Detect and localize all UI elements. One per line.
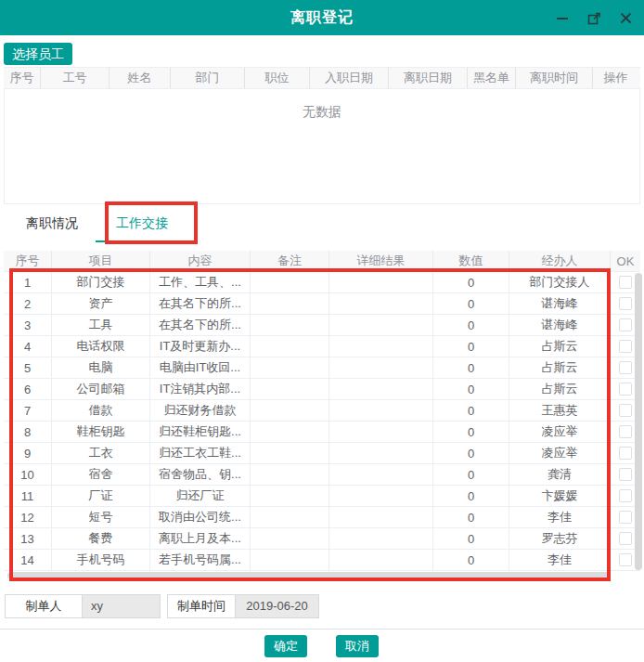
- cell-detail: [329, 464, 433, 486]
- cell-content: 离职上月及本...: [150, 528, 251, 550]
- cell-item: 部门交接: [52, 272, 150, 293]
- cell-note: [251, 486, 329, 507]
- ok-checkbox[interactable]: [619, 532, 632, 545]
- ok-checkbox[interactable]: [619, 276, 632, 289]
- ok-checkbox[interactable]: [619, 489, 632, 502]
- cell-detail: [329, 315, 433, 336]
- cell-no: 1: [4, 272, 52, 293]
- title-bar: 离职登记: [0, 0, 644, 35]
- cell-handler: 罗志芬: [509, 528, 611, 550]
- footer-divider: [0, 629, 644, 630]
- cell-value: 0: [433, 379, 509, 400]
- cell-note: [251, 550, 329, 571]
- cell-handler: 李佳: [509, 507, 611, 528]
- cell-value: 0: [433, 293, 509, 315]
- table-row[interactable]: 7借款归还财务借款0王惠英: [4, 400, 640, 422]
- cell-item: 电话权限: [52, 336, 150, 357]
- cell-no: 2: [4, 293, 52, 315]
- cell-item: 电脑: [52, 357, 150, 379]
- handover-column-header: 备注: [251, 251, 329, 271]
- ok-checkbox[interactable]: [619, 511, 632, 524]
- cell-content: 归还厂证: [150, 486, 251, 507]
- tab-resignation-info[interactable]: 离职情况: [26, 215, 78, 232]
- cell-detail: [329, 486, 433, 507]
- employee-column-header: 离职日期: [389, 68, 468, 88]
- cell-handler: 谌海峰: [509, 315, 611, 336]
- cancel-button[interactable]: 取消: [336, 635, 379, 657]
- table-row[interactable]: 11厂证归还厂证0卞媛媛: [4, 486, 640, 507]
- vertical-scrollbar[interactable]: [635, 273, 642, 570]
- handover-column-header: OK: [611, 251, 640, 271]
- table-row[interactable]: 4电话权限IT及时更新办...0占斯云: [4, 336, 640, 357]
- handover-column-header: 序号: [4, 251, 52, 271]
- table-row[interactable]: 3工具在其名下的所...0谌海峰: [4, 315, 640, 336]
- cell-detail: [329, 293, 433, 315]
- maker-value-field[interactable]: xy: [82, 594, 161, 618]
- make-time-field[interactable]: 2019-06-20: [235, 594, 319, 618]
- horizontal-scrollbar[interactable]: [7, 572, 609, 579]
- cell-content: 工作、工具、...: [150, 272, 251, 293]
- cell-handler: 凌应举: [509, 422, 611, 443]
- cell-no: 10: [4, 464, 52, 486]
- handover-column-header: 项目: [52, 251, 150, 271]
- ok-checkbox[interactable]: [619, 383, 632, 396]
- cell-value: 0: [433, 315, 509, 336]
- cell-note: [251, 315, 329, 336]
- table-row[interactable]: 1部门交接工作、工具、...0部门交接人: [4, 272, 640, 293]
- ok-checkbox[interactable]: [619, 404, 632, 417]
- handover-column-header: 内容: [150, 251, 251, 271]
- cell-note: [251, 336, 329, 357]
- cell-item: 公司邮箱: [52, 379, 150, 400]
- ok-checkbox[interactable]: [619, 361, 632, 374]
- table-row[interactable]: 5电脑电脑由IT收回...0占斯云: [4, 357, 640, 379]
- cell-detail: [329, 400, 433, 422]
- ok-checkbox[interactable]: [619, 425, 632, 438]
- cell-handler: 谌海峰: [509, 293, 611, 315]
- cell-note: [251, 464, 329, 486]
- cell-detail: [329, 357, 433, 379]
- table-row[interactable]: 9工衣归还工衣工鞋...0凌应举: [4, 443, 640, 464]
- handover-column-header: 数值: [433, 251, 509, 271]
- employee-column-header: 姓名: [109, 68, 171, 88]
- cell-item: 宿舍: [52, 464, 150, 486]
- cell-item: 借款: [52, 400, 150, 422]
- table-row[interactable]: 14手机号码若手机号码属...0李佳: [4, 550, 640, 571]
- cell-value: 0: [433, 550, 509, 571]
- cell-no: 8: [4, 422, 52, 443]
- minimize-icon[interactable]: [555, 10, 570, 25]
- confirm-button[interactable]: 确定: [264, 635, 307, 657]
- close-icon[interactable]: [618, 10, 633, 25]
- ok-checkbox[interactable]: [619, 447, 632, 460]
- table-row[interactable]: 10宿舍宿舍物品、钥...0龚清: [4, 464, 640, 486]
- ok-checkbox[interactable]: [619, 340, 632, 353]
- cell-item: 手机号码: [52, 550, 150, 571]
- cell-content: 归还工衣工鞋...: [150, 443, 251, 464]
- cell-value: 0: [433, 422, 509, 443]
- table-row[interactable]: 13餐费离职上月及本...0罗志芬: [4, 528, 640, 550]
- ok-checkbox[interactable]: [619, 468, 632, 481]
- cell-value: 0: [433, 272, 509, 293]
- employee-table-empty-area: 无数据: [4, 89, 640, 204]
- ok-checkbox[interactable]: [619, 297, 632, 310]
- maximize-icon[interactable]: [586, 10, 601, 25]
- empty-text: 无数据: [303, 104, 341, 119]
- table-row[interactable]: 2资产在其名下的所...0谌海峰: [4, 293, 640, 315]
- cell-content: IT及时更新办...: [150, 336, 251, 357]
- cell-handler: 王惠英: [509, 400, 611, 422]
- table-row[interactable]: 6公司邮箱IT注销其内部...0占斯云: [4, 379, 640, 400]
- cell-content: 电脑由IT收回...: [150, 357, 251, 379]
- ok-checkbox[interactable]: [619, 553, 632, 566]
- table-row[interactable]: 8鞋柜钥匙归还鞋柜钥匙...0凌应举: [4, 422, 640, 443]
- cell-handler: 占斯云: [509, 357, 611, 379]
- make-time-label: 制单时间: [167, 594, 236, 618]
- ok-checkbox[interactable]: [619, 318, 632, 331]
- table-row[interactable]: 12短号取消由公司统...0李佳: [4, 507, 640, 528]
- tab-work-handover[interactable]: 工作交接: [116, 215, 168, 232]
- cell-note: [251, 443, 329, 464]
- cell-note: [251, 400, 329, 422]
- cell-handler: 龚清: [509, 464, 611, 486]
- cell-note: [251, 528, 329, 550]
- cell-no: 5: [4, 357, 52, 379]
- select-employee-button[interactable]: 选择员工: [4, 43, 72, 65]
- cell-detail: [329, 379, 433, 400]
